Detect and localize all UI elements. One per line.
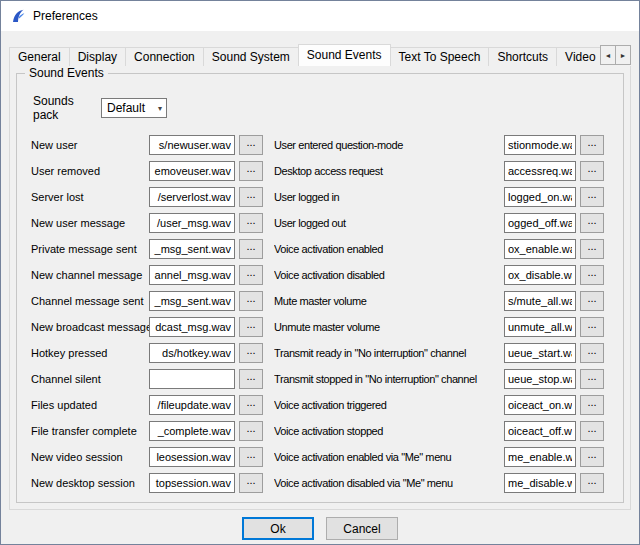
browse-button[interactable]: ... — [239, 239, 263, 259]
tab-display[interactable]: Display — [69, 47, 126, 66]
event-file-input[interactable] — [504, 213, 576, 233]
browse-button[interactable]: ... — [239, 291, 263, 311]
event-file-input[interactable] — [149, 213, 235, 233]
event-label: Desktop access request — [274, 165, 504, 177]
event-file-input[interactable] — [504, 161, 576, 181]
event-row: New channel message... — [31, 262, 263, 288]
sound-events-panel: Sound Events Sounds pack Default ▾ New u… — [9, 66, 631, 510]
event-file-input[interactable] — [149, 473, 235, 493]
event-row: Voice activation enabled... — [274, 236, 609, 262]
event-file-input[interactable] — [504, 473, 576, 493]
browse-button[interactable]: ... — [239, 395, 263, 415]
event-label: New user — [31, 139, 149, 151]
tab-connection[interactable]: Connection — [125, 47, 204, 66]
event-file-input[interactable] — [504, 447, 576, 467]
browse-button[interactable]: ... — [239, 265, 263, 285]
event-file-input[interactable] — [149, 343, 235, 363]
event-row: Voice activation triggered... — [274, 392, 609, 418]
event-file-input[interactable] — [149, 291, 235, 311]
titlebar[interactable]: Preferences — [1, 1, 639, 31]
event-file-input[interactable] — [504, 187, 576, 207]
tab-text-to-speech[interactable]: Text To Speech — [390, 47, 490, 66]
browse-button[interactable]: ... — [239, 187, 263, 207]
tab-scroll-left-icon[interactable]: ◄ — [600, 45, 616, 65]
event-file-input[interactable] — [149, 161, 235, 181]
browse-button[interactable]: ... — [239, 317, 263, 337]
event-row: New user... — [31, 132, 263, 158]
browse-button[interactable]: ... — [239, 135, 263, 155]
browse-button[interactable]: ... — [239, 213, 263, 233]
event-file-input[interactable] — [149, 421, 235, 441]
ok-button[interactable]: Ok — [242, 517, 314, 540]
event-row: Channel silent... — [31, 366, 263, 392]
sound-events-groupbox: Sound Events Sounds pack Default ▾ New u… — [16, 73, 624, 503]
tab-sound-system[interactable]: Sound System — [203, 47, 299, 66]
event-file-input[interactable] — [149, 317, 235, 337]
browse-button[interactable]: ... — [580, 187, 604, 207]
browse-button[interactable]: ... — [239, 369, 263, 389]
chevron-down-icon: ▾ — [158, 104, 166, 113]
event-file-input[interactable] — [504, 395, 576, 415]
cancel-button[interactable]: Cancel — [326, 517, 398, 540]
browse-button[interactable]: ... — [239, 473, 263, 493]
event-label: Voice activation stopped — [274, 425, 504, 437]
tab-sound-events[interactable]: Sound Events — [298, 44, 391, 66]
event-file-input[interactable] — [504, 239, 576, 259]
event-row: New broadcast message... — [31, 314, 263, 340]
browse-button[interactable]: ... — [580, 395, 604, 415]
browse-button[interactable]: ... — [239, 447, 263, 467]
browse-button[interactable]: ... — [580, 161, 604, 181]
event-file-input[interactable] — [149, 239, 235, 259]
tab-shortcuts[interactable]: Shortcuts — [488, 47, 557, 66]
event-file-input[interactable] — [504, 291, 576, 311]
browse-button[interactable]: ... — [239, 421, 263, 441]
events-column-left: New user...User removed...Server lost...… — [31, 132, 263, 496]
event-label: Transmit ready in "No interruption" chan… — [274, 347, 504, 359]
browse-button[interactable]: ... — [580, 265, 604, 285]
tab-general[interactable]: General — [9, 47, 70, 66]
event-label: Hotkey pressed — [31, 347, 149, 359]
browse-button[interactable]: ... — [239, 161, 263, 181]
event-row: Private message sent... — [31, 236, 263, 262]
event-file-input[interactable] — [149, 187, 235, 207]
browse-button[interactable]: ... — [580, 447, 604, 467]
event-file-input[interactable] — [504, 369, 576, 389]
event-file-input[interactable] — [504, 317, 576, 337]
browse-button[interactable]: ... — [580, 343, 604, 363]
browse-button[interactable]: ... — [580, 291, 604, 311]
event-row: Voice activation stopped... — [274, 418, 609, 444]
event-row: Channel message sent... — [31, 288, 263, 314]
browse-button[interactable]: ... — [580, 473, 604, 493]
browse-button[interactable]: ... — [580, 317, 604, 337]
event-file-input[interactable] — [504, 421, 576, 441]
browse-button[interactable]: ... — [580, 239, 604, 259]
event-file-input[interactable] — [149, 395, 235, 415]
event-label: New broadcast message — [31, 321, 149, 333]
event-label: Mute master volume — [274, 295, 504, 307]
event-row: Mute master volume... — [274, 288, 609, 314]
event-label: File transfer complete — [31, 425, 149, 437]
event-label: Voice activation triggered — [274, 399, 504, 411]
event-file-input[interactable] — [149, 369, 235, 389]
preferences-dialog: Preferences GeneralDisplayConnectionSoun… — [0, 0, 640, 545]
event-row: New video session... — [31, 444, 263, 470]
event-label: Transmit stopped in "No interruption" ch… — [274, 373, 504, 385]
tab-scroll-right-icon[interactable]: ► — [615, 45, 631, 65]
browse-button[interactable]: ... — [580, 369, 604, 389]
browse-button[interactable]: ... — [580, 421, 604, 441]
sounds-pack-select[interactable]: Default ▾ — [101, 98, 167, 118]
event-file-input[interactable] — [504, 343, 576, 363]
event-file-input[interactable] — [504, 265, 576, 285]
event-file-input[interactable] — [149, 447, 235, 467]
event-file-input[interactable] — [149, 135, 235, 155]
events-column-right: User entered question-mode...Desktop acc… — [274, 132, 609, 496]
event-row: Server lost... — [31, 184, 263, 210]
browse-button[interactable]: ... — [580, 213, 604, 233]
browse-button[interactable]: ... — [580, 135, 604, 155]
browse-button[interactable]: ... — [239, 343, 263, 363]
tab-bar: GeneralDisplayConnectionSound SystemSoun… — [9, 44, 631, 66]
event-file-input[interactable] — [504, 135, 576, 155]
tab-strip: GeneralDisplayConnectionSound SystemSoun… — [9, 44, 631, 66]
event-file-input[interactable] — [149, 265, 235, 285]
event-row: Unmute master volume... — [274, 314, 609, 340]
